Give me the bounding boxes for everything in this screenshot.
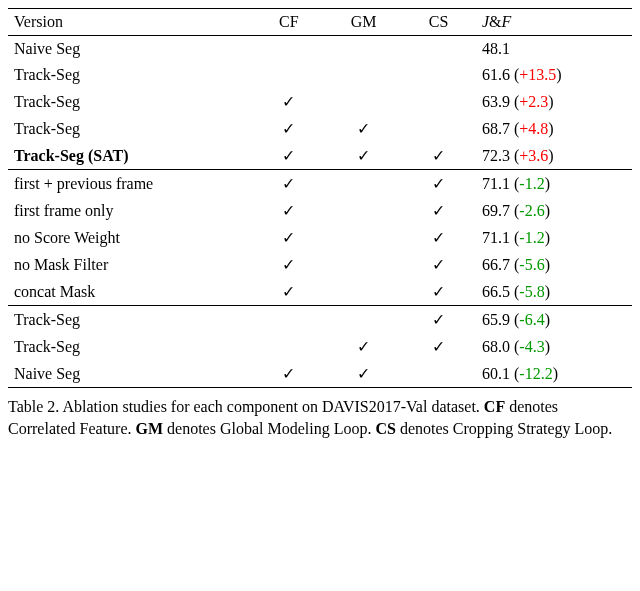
cell-cf: ✓ bbox=[251, 251, 326, 278]
check-icon: ✓ bbox=[357, 338, 370, 355]
table-header-row: Version CF GM CS J&F bbox=[8, 9, 632, 36]
cell-version: first + previous frame bbox=[8, 170, 251, 198]
jf-value: 61.6 bbox=[482, 66, 510, 83]
cell-version: Track-Seg bbox=[8, 62, 251, 88]
check-icon: ✓ bbox=[432, 311, 445, 328]
jf-value: 63.9 bbox=[482, 93, 510, 110]
cell-cs: ✓ bbox=[401, 197, 476, 224]
check-icon: ✓ bbox=[432, 229, 445, 246]
cell-cf: ✓ bbox=[251, 142, 326, 170]
cell-jf: 65.9 (-6.4) bbox=[476, 306, 632, 334]
cell-gm bbox=[326, 170, 401, 198]
cell-cf bbox=[251, 36, 326, 63]
cell-gm bbox=[326, 251, 401, 278]
jf-value: 71.1 bbox=[482, 229, 510, 246]
cell-cf bbox=[251, 62, 326, 88]
cell-cf: ✓ bbox=[251, 360, 326, 388]
table-row: Track-Seg✓65.9 (-6.4) bbox=[8, 306, 632, 334]
jf-value: 65.9 bbox=[482, 311, 510, 328]
cell-gm: ✓ bbox=[326, 333, 401, 360]
check-icon: ✓ bbox=[432, 147, 445, 164]
table-row: Track-Seg61.6 (+13.5) bbox=[8, 62, 632, 88]
cell-version: Track-Seg bbox=[8, 115, 251, 142]
cell-cf: ✓ bbox=[251, 224, 326, 251]
col-header-jf: J&F bbox=[476, 9, 632, 36]
table-row: no Mask Filter✓✓66.7 (-5.6) bbox=[8, 251, 632, 278]
cell-cs: ✓ bbox=[401, 170, 476, 198]
cell-version: Track-Seg (SAT) bbox=[8, 142, 251, 170]
cell-version: no Mask Filter bbox=[8, 251, 251, 278]
table-row: concat Mask✓✓66.5 (-5.8) bbox=[8, 278, 632, 306]
table-row: Track-Seg✓✓68.0 (-4.3) bbox=[8, 333, 632, 360]
jf-value: 66.5 bbox=[482, 283, 510, 300]
cell-jf: 66.7 (-5.6) bbox=[476, 251, 632, 278]
cell-version: Track-Seg bbox=[8, 306, 251, 334]
cell-gm bbox=[326, 62, 401, 88]
cell-cf: ✓ bbox=[251, 278, 326, 306]
cell-cs bbox=[401, 62, 476, 88]
cell-version: Naive Seg bbox=[8, 36, 251, 63]
check-icon: ✓ bbox=[282, 202, 295, 219]
check-icon: ✓ bbox=[282, 120, 295, 137]
cell-cf: ✓ bbox=[251, 170, 326, 198]
jf-value: 60.1 bbox=[482, 365, 510, 382]
check-icon: ✓ bbox=[357, 147, 370, 164]
ablation-table: Version CF GM CS J&F Naive Seg48.1Track-… bbox=[8, 8, 632, 388]
cell-cf bbox=[251, 306, 326, 334]
col-header-version: Version bbox=[8, 9, 251, 36]
cell-cs: ✓ bbox=[401, 306, 476, 334]
cell-gm: ✓ bbox=[326, 115, 401, 142]
cell-jf: 48.1 bbox=[476, 36, 632, 63]
jf-value: 68.0 bbox=[482, 338, 510, 355]
cell-jf: 69.7 (-2.6) bbox=[476, 197, 632, 224]
table-row: Track-Seg✓63.9 (+2.3) bbox=[8, 88, 632, 115]
cell-gm bbox=[326, 306, 401, 334]
check-icon: ✓ bbox=[282, 229, 295, 246]
check-icon: ✓ bbox=[432, 256, 445, 273]
cell-gm bbox=[326, 88, 401, 115]
check-icon: ✓ bbox=[282, 256, 295, 273]
cell-cf bbox=[251, 333, 326, 360]
col-header-cs: CS bbox=[401, 9, 476, 36]
jf-value: 71.1 bbox=[482, 175, 510, 192]
jf-delta: +3.6 bbox=[519, 147, 548, 164]
col-header-gm: GM bbox=[326, 9, 401, 36]
cell-cs: ✓ bbox=[401, 224, 476, 251]
cell-cs bbox=[401, 360, 476, 388]
table-row: first + previous frame✓✓71.1 (-1.2) bbox=[8, 170, 632, 198]
check-icon: ✓ bbox=[357, 120, 370, 137]
cell-jf: 68.7 (+4.8) bbox=[476, 115, 632, 142]
cell-cs: ✓ bbox=[401, 333, 476, 360]
cell-version: Naive Seg bbox=[8, 360, 251, 388]
table-row: Naive Seg✓✓60.1 (-12.2) bbox=[8, 360, 632, 388]
jf-delta: -5.8 bbox=[519, 283, 544, 300]
jf-delta: +2.3 bbox=[519, 93, 548, 110]
jf-delta: -2.6 bbox=[519, 202, 544, 219]
cell-cs bbox=[401, 88, 476, 115]
jf-value: 66.7 bbox=[482, 256, 510, 273]
table-row: Naive Seg48.1 bbox=[8, 36, 632, 63]
table-section: Track-Seg✓65.9 (-6.4)Track-Seg✓✓68.0 (-4… bbox=[8, 306, 632, 388]
cell-jf: 66.5 (-5.8) bbox=[476, 278, 632, 306]
jf-value: 68.7 bbox=[482, 120, 510, 137]
check-icon: ✓ bbox=[282, 93, 295, 110]
cell-cs bbox=[401, 36, 476, 63]
jf-delta: -1.2 bbox=[519, 229, 544, 246]
jf-delta: +13.5 bbox=[519, 66, 556, 83]
check-icon: ✓ bbox=[282, 175, 295, 192]
cell-jf: 60.1 (-12.2) bbox=[476, 360, 632, 388]
cell-version: Track-Seg bbox=[8, 88, 251, 115]
check-icon: ✓ bbox=[282, 283, 295, 300]
cell-gm bbox=[326, 197, 401, 224]
table-row: no Score Weight✓✓71.1 (-1.2) bbox=[8, 224, 632, 251]
cell-gm: ✓ bbox=[326, 142, 401, 170]
table-row: first frame only✓✓69.7 (-2.6) bbox=[8, 197, 632, 224]
jf-value: 69.7 bbox=[482, 202, 510, 219]
check-icon: ✓ bbox=[282, 147, 295, 164]
check-icon: ✓ bbox=[282, 365, 295, 382]
cell-jf: 71.1 (-1.2) bbox=[476, 224, 632, 251]
col-header-cf: CF bbox=[251, 9, 326, 36]
jf-value: 72.3 bbox=[482, 147, 510, 164]
cell-version: no Score Weight bbox=[8, 224, 251, 251]
table-caption: Table 2. Ablation studies for each compo… bbox=[8, 396, 632, 439]
